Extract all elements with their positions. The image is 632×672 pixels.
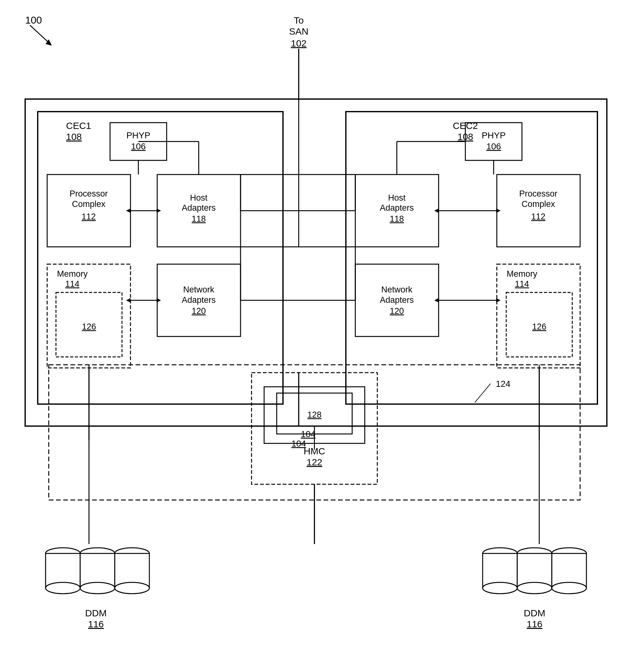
- cec1-ref: 108: [66, 131, 82, 142]
- svg-line-0: [30, 25, 50, 44]
- proc1-box: [47, 174, 130, 247]
- phyp2-ref: 106: [486, 142, 501, 151]
- host2-label: Host: [388, 193, 406, 202]
- hmc-inner-ref: 128: [307, 410, 321, 419]
- phyp2-label: PHYP: [482, 130, 506, 140]
- svg-marker-21: [496, 298, 501, 303]
- svg-marker-18: [434, 209, 439, 213]
- mem2-outer-box: [497, 264, 580, 368]
- host1-ref: 118: [192, 214, 205, 223]
- phyp1-ref: 106: [131, 142, 146, 151]
- hmc-ref: 122: [307, 457, 322, 467]
- proc2-label: Processor: [519, 189, 558, 198]
- san-label: To: [294, 15, 304, 25]
- mem1-inner-ref: 126: [82, 322, 96, 332]
- phyp1-label: PHYP: [126, 130, 150, 140]
- ddm-right-ref: 116: [527, 619, 542, 629]
- ddm-left-label: DDM: [85, 608, 106, 618]
- mem1-label: Memory: [57, 269, 88, 279]
- svg-point-60: [552, 582, 586, 594]
- svg-marker-12: [126, 298, 130, 303]
- net1-label: Network: [183, 285, 214, 294]
- diagram: 100 To SAN 102 104 CEC1 108 PHYP 106 Pro…: [0, 0, 632, 672]
- mem2-label: Memory: [507, 269, 537, 279]
- svg-point-54: [483, 582, 517, 594]
- net2-label: Network: [381, 285, 413, 294]
- proc1-label: Processor: [70, 189, 108, 198]
- svg-marker-7: [156, 209, 161, 213]
- svg-marker-8: [126, 209, 130, 213]
- mem2-ref: 114: [515, 279, 529, 289]
- fabric-ref-label: 104: [291, 439, 306, 449]
- svg-point-45: [46, 582, 80, 594]
- proc2-box: [497, 174, 580, 247]
- mem2-inner-ref: 126: [532, 322, 546, 332]
- svg-line-32: [475, 384, 490, 403]
- proc1-ref: 112: [81, 212, 96, 221]
- svg-marker-17: [496, 209, 501, 213]
- svg-text:Adapters: Adapters: [380, 295, 414, 305]
- svg-point-48: [80, 582, 115, 594]
- svg-marker-22: [434, 298, 439, 303]
- net2-ref: 120: [390, 306, 404, 316]
- svg-point-51: [115, 582, 149, 594]
- svg-text:Adapters: Adapters: [182, 203, 216, 213]
- proc2-ref: 112: [531, 212, 545, 221]
- svg-text:Adapters: Adapters: [380, 203, 414, 213]
- cec2-box: [346, 112, 598, 404]
- mgmt-ref: 124: [496, 379, 511, 389]
- diagram-ref: 100: [25, 15, 42, 26]
- svg-point-57: [517, 582, 552, 594]
- san-ref: 102: [291, 38, 307, 48]
- host1-label: Host: [190, 193, 208, 202]
- cec1-box: [38, 112, 283, 404]
- fabric-box: [25, 99, 607, 426]
- ddm-right-label: DDM: [524, 608, 545, 618]
- svg-text:Adapters: Adapters: [182, 295, 216, 305]
- host2-ref: 118: [390, 214, 404, 223]
- mem1-outer-box: [47, 264, 130, 368]
- svg-marker-11: [156, 298, 161, 303]
- svg-text:Complex: Complex: [72, 199, 106, 209]
- svg-text:Complex: Complex: [521, 199, 555, 209]
- net1-ref: 120: [192, 306, 205, 316]
- mem1-ref: 114: [65, 279, 79, 289]
- svg-text:SAN: SAN: [289, 26, 309, 37]
- cec1-label: CEC1: [66, 120, 91, 131]
- ddm-left-ref: 116: [88, 619, 104, 629]
